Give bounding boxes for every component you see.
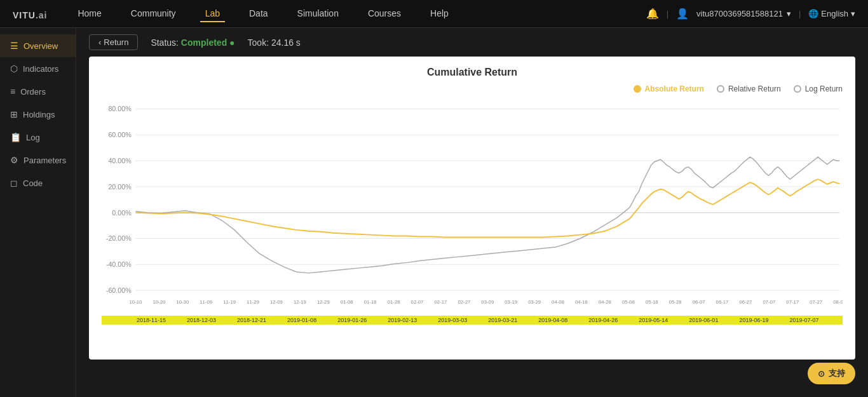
sidebar-label-indicators: Indicators xyxy=(23,64,58,74)
legend-dot-log xyxy=(794,85,801,93)
legend-log-return[interactable]: Log Return xyxy=(794,84,843,93)
nav-simulation[interactable]: Simulation xyxy=(292,6,344,22)
language-selector[interactable]: 🌐 English ▾ xyxy=(808,9,855,18)
svg-text:04-08: 04-08 xyxy=(552,299,564,305)
svg-text:05-28: 05-28 xyxy=(669,299,682,305)
back-button[interactable]: ‹ Return xyxy=(89,34,138,50)
legend-dot-absolute xyxy=(634,85,641,93)
svg-text:06-17: 06-17 xyxy=(716,299,729,305)
took-text: Took: 24.16 s xyxy=(248,37,301,48)
svg-text:60.00%: 60.00% xyxy=(108,131,132,138)
separator: | xyxy=(667,9,668,18)
nav-right: 🔔 | 👤 vitu8700369581588121 ▾ | 🌐 English… xyxy=(646,8,855,20)
username: vitu8700369581588121 xyxy=(696,9,783,18)
support-circle-icon: ⊙ xyxy=(818,369,825,379)
chart-legend: Absolute Return Relative Return Log Retu… xyxy=(102,84,843,93)
svg-text:10-20: 10-20 xyxy=(153,299,166,305)
svg-text:03-29: 03-29 xyxy=(528,299,541,305)
svg-text:12-09: 12-09 xyxy=(270,299,283,305)
legend-absolute-return[interactable]: Absolute Return xyxy=(634,84,704,93)
nav-courses[interactable]: Courses xyxy=(363,6,406,22)
svg-text:20.00%: 20.00% xyxy=(108,183,132,191)
svg-text:07-07: 07-07 xyxy=(763,299,775,305)
svg-text:05-18: 05-18 xyxy=(646,299,658,305)
sidebar-item-code[interactable]: ◻ Code xyxy=(0,172,76,194)
main-content: ‹ Return Status: Completed ● Took: 24.16… xyxy=(76,28,868,397)
user-avatar-icon: 👤 xyxy=(676,8,689,20)
back-label: Return xyxy=(104,37,128,47)
nav-help[interactable]: Help xyxy=(425,6,454,22)
nav-home[interactable]: Home xyxy=(72,6,106,22)
nav-lab[interactable]: Lab xyxy=(200,6,225,22)
svg-text:40.00%: 40.00% xyxy=(108,157,132,165)
svg-text:10-10: 10-10 xyxy=(130,299,143,305)
sidebar-label-parameters: Parameters xyxy=(24,156,66,165)
top-navigation: VITU.ai Home Community Lab Data Simulati… xyxy=(0,0,868,28)
svg-text:11-09: 11-09 xyxy=(200,299,212,305)
svg-text:05-08: 05-08 xyxy=(622,299,635,305)
svg-text:07-17: 07-17 xyxy=(786,299,799,305)
logo: VITU.ai xyxy=(13,6,47,22)
user-info[interactable]: vitu8700369581588121 ▾ xyxy=(696,9,791,18)
svg-text:10-30: 10-30 xyxy=(176,299,189,305)
sidebar-label-overview: Overview xyxy=(24,41,58,51)
separator2: | xyxy=(799,9,801,18)
svg-text:-60.00%: -60.00% xyxy=(106,286,132,294)
sidebar-label-orders: Orders xyxy=(20,87,46,97)
legend-label-absolute: Absolute Return xyxy=(645,84,704,93)
nav-community[interactable]: Community xyxy=(126,6,181,22)
svg-text:04-28: 04-28 xyxy=(599,299,611,305)
svg-text:01-18: 01-18 xyxy=(364,299,377,305)
svg-text:02-17: 02-17 xyxy=(435,299,447,305)
svg-text:-20.00%: -20.00% xyxy=(106,234,132,242)
globe-icon: 🌐 xyxy=(808,9,818,18)
user-dropdown-icon: ▾ xyxy=(787,9,791,18)
svg-text:01-28: 01-28 xyxy=(388,299,400,305)
svg-text:07-27: 07-27 xyxy=(810,299,822,305)
nav-links: Home Community Lab Data Simulation Cours… xyxy=(72,6,646,22)
svg-text:80.00%: 80.00% xyxy=(108,105,132,112)
sidebar-label-log: Log xyxy=(26,133,40,142)
overview-icon: ☰ xyxy=(10,41,18,51)
svg-text:08-06: 08-06 xyxy=(833,299,843,305)
sidebar-item-parameters[interactable]: ⚙ Parameters xyxy=(0,149,76,172)
nav-data[interactable]: Data xyxy=(244,6,273,22)
status-value: Completed xyxy=(181,37,227,48)
svg-text:01-08: 01-08 xyxy=(341,299,353,305)
sidebar-item-holdings[interactable]: ⊞ Holdings xyxy=(0,103,76,126)
took-value: 24.16 s xyxy=(271,37,301,48)
support-button[interactable]: ⊙ 支持 xyxy=(808,363,855,384)
sidebar-label-holdings: Holdings xyxy=(23,110,55,119)
svg-text:04-18: 04-18 xyxy=(575,299,588,305)
sidebar: ☰ Overview ⬡ Indicators ≡ Orders ⊞ Holdi… xyxy=(0,28,76,397)
sidebar-label-code: Code xyxy=(23,178,43,188)
chart-container: Cumulative Return Absolute Return Relati… xyxy=(89,57,855,360)
svg-text:06-27: 06-27 xyxy=(740,299,752,305)
lang-dropdown-icon: ▾ xyxy=(851,9,855,18)
status-bar: ‹ Return Status: Completed ● Took: 24.16… xyxy=(89,34,855,50)
legend-label-log: Log Return xyxy=(805,84,843,93)
svg-text:02-27: 02-27 xyxy=(458,299,470,305)
svg-text:06-07: 06-07 xyxy=(693,299,705,305)
svg-text:12-19: 12-19 xyxy=(294,299,306,305)
legend-relative-return[interactable]: Relative Return xyxy=(717,84,781,93)
svg-text:-40.00%: -40.00% xyxy=(106,260,132,268)
bell-icon[interactable]: 🔔 xyxy=(646,8,659,20)
chart-svg: 80.00% 60.00% 40.00% 20.00% 0.00% -20.00… xyxy=(102,97,843,313)
orders-icon: ≡ xyxy=(10,86,15,97)
code-icon: ◻ xyxy=(10,178,18,188)
logo-suffix: .ai xyxy=(36,10,48,20)
support-label: 支持 xyxy=(829,368,845,379)
sidebar-item-indicators[interactable]: ⬡ Indicators xyxy=(0,57,76,80)
sidebar-item-log[interactable]: 📋 Log xyxy=(0,126,76,149)
sidebar-item-overview[interactable]: ☰ Overview xyxy=(0,34,76,57)
sidebar-item-orders[interactable]: ≡ Orders xyxy=(0,80,76,103)
svg-text:02-07: 02-07 xyxy=(411,299,424,305)
main-layout: ☰ Overview ⬡ Indicators ≡ Orders ⊞ Holdi… xyxy=(0,28,868,397)
status-dot: ● xyxy=(229,37,234,48)
legend-dot-relative xyxy=(717,85,724,93)
chart-svg-area: 80.00% 60.00% 40.00% 20.00% 0.00% -20.00… xyxy=(102,97,843,313)
bottom-date-strip: 2018-11-15 2018-12-03 2018-12-21 2019-01… xyxy=(102,316,843,325)
indicators-icon: ⬡ xyxy=(10,64,18,74)
svg-text:11-29: 11-29 xyxy=(247,299,259,305)
